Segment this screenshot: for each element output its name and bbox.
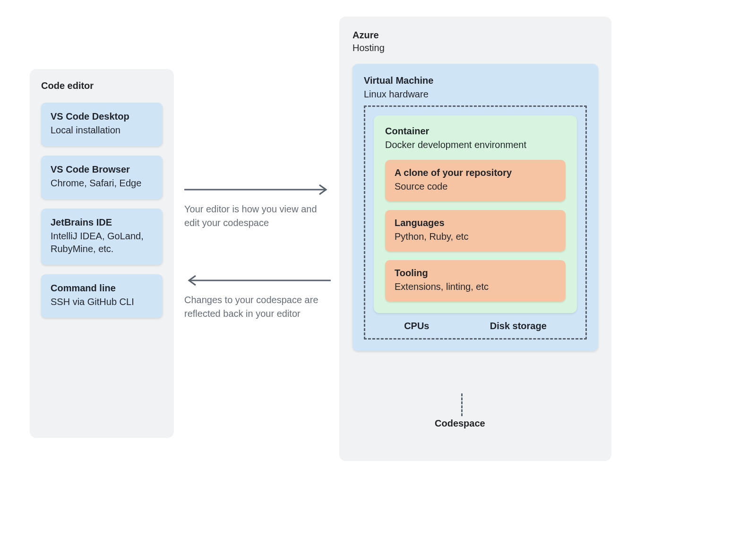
codespace-label: Codespace (435, 418, 485, 429)
item-title: A clone of your repository (395, 167, 556, 178)
codespace-dashed-box: Container Docker development environment… (364, 105, 587, 340)
container-subtitle: Docker development environment (385, 139, 566, 151)
azure-panel: Azure Hosting Virtual Machine Linux hard… (339, 17, 611, 461)
editor-card-cli: Command line SSH via GitHub CLI (41, 274, 163, 318)
container-item-repo: A clone of your repository Source code (385, 160, 566, 201)
code-editor-panel: Code editor VS Code Desktop Local instal… (30, 69, 174, 438)
arrow-left-icon (184, 274, 331, 287)
item-subtitle: Extensions, linting, etc (395, 280, 556, 293)
arrow-from-cloud: Changes to your codespace are reflected … (184, 274, 331, 321)
vm-title: Virtual Machine (364, 75, 587, 86)
vm-cpu-label: CPUs (404, 321, 429, 332)
item-title: Languages (395, 218, 556, 228)
container-title: Container (385, 126, 566, 137)
vm-subtitle: Linux hardware (364, 88, 587, 101)
azure-title: Azure (352, 30, 598, 41)
vm-resources-row: CPUs Disk storage (374, 321, 577, 332)
card-subtitle: Local installation (51, 124, 153, 137)
virtual-machine-box: Virtual Machine Linux hardware Container… (352, 64, 598, 351)
arrow-to-cloud: Your editor is how you view and edit you… (184, 183, 331, 230)
azure-subtitle: Hosting (352, 43, 598, 53)
card-title: VS Code Browser (51, 164, 153, 175)
editor-card-vscode-desktop: VS Code Desktop Local installation (41, 103, 163, 146)
card-subtitle: IntelliJ IDEA, GoLand, RubyMine, etc. (51, 230, 153, 255)
arrow-caption: Changes to your codespace are reflected … (184, 293, 331, 321)
item-subtitle: Source code (395, 180, 556, 193)
editor-card-jetbrains: JetBrains IDE IntelliJ IDEA, GoLand, Rub… (41, 209, 163, 265)
card-subtitle: SSH via GitHub CLI (51, 296, 153, 308)
arrow-right-icon (184, 183, 331, 196)
item-title: Tooling (395, 268, 556, 279)
card-title: Command line (51, 283, 153, 294)
container-box: Container Docker development environment… (374, 115, 577, 313)
container-item-tooling: Tooling Extensions, linting, etc (385, 260, 566, 302)
codespace-connector-line (461, 393, 463, 416)
card-title: VS Code Desktop (51, 111, 153, 122)
container-item-languages: Languages Python, Ruby, etc (385, 210, 566, 252)
code-editor-title: Code editor (41, 80, 163, 91)
editor-card-vscode-browser: VS Code Browser Chrome, Safari, Edge (41, 156, 163, 199)
vm-disk-label: Disk storage (490, 321, 547, 332)
item-subtitle: Python, Ruby, etc (395, 230, 556, 243)
card-subtitle: Chrome, Safari, Edge (51, 177, 153, 190)
arrow-caption: Your editor is how you view and edit you… (184, 202, 331, 230)
card-title: JetBrains IDE (51, 217, 153, 228)
